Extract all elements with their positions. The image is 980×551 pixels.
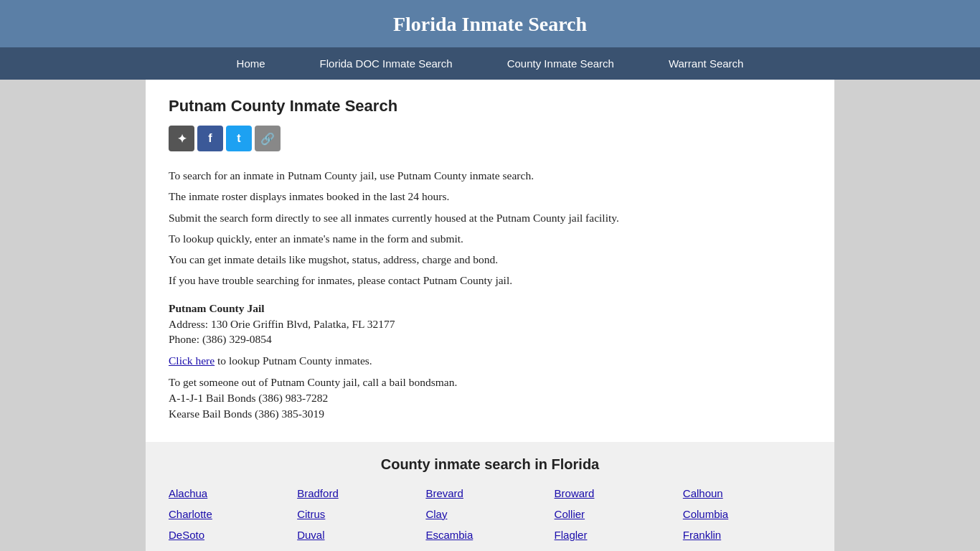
county-link-charlotte[interactable]: Charlotte: [169, 507, 297, 522]
desc-line-4: To lookup quickly, enter an inmate's nam…: [169, 230, 811, 247]
desc-line-2: The inmate roster displays inmates booke…: [169, 188, 811, 204]
county-link-collier[interactable]: Collier: [555, 507, 683, 522]
bail-section: To get someone out of Putnam County jail…: [169, 376, 811, 420]
main-content: Putnam County Inmate Search ✦ f t 🔗 To s…: [146, 80, 834, 435]
nav-home[interactable]: Home: [209, 47, 293, 80]
twitter-button[interactable]: t: [226, 126, 252, 151]
nav-warrant-search[interactable]: Warrant Search: [641, 47, 771, 80]
county-grid: AlachuaBradfordBrevardBrowardCalhounChar…: [169, 486, 811, 552]
navigation: Home Florida DOC Inmate Search County In…: [0, 47, 980, 80]
county-section-title: County inmate search in Florida: [169, 456, 811, 473]
lookup-line: Click here to lookup Putnam County inmat…: [169, 354, 811, 367]
jail-info: Putnam County Jail Address: 130 Orie Gri…: [169, 302, 811, 346]
bondsman-1: A-1-J-1 Bail Bonds (386) 983-7282: [169, 392, 811, 405]
county-link-calhoun[interactable]: Calhoun: [683, 486, 811, 501]
lookup-text: to lookup Putnam County inmates.: [217, 354, 372, 367]
click-here-link[interactable]: Click here: [169, 354, 215, 367]
bondsman-2: Kearse Bail Bonds (386) 385-3019: [169, 408, 811, 420]
county-link-franklin[interactable]: Franklin: [683, 527, 811, 542]
jail-phone: Phone: (386) 329-0854: [169, 333, 811, 346]
desc-line-3: Submit the search form directly to see a…: [169, 209, 811, 226]
nav-county-search[interactable]: County Inmate Search: [480, 47, 641, 80]
county-link-citrus[interactable]: Citrus: [297, 507, 425, 522]
county-link-hamilton[interactable]: Hamilton: [683, 548, 811, 552]
link-button[interactable]: 🔗: [255, 126, 281, 151]
desc-line-6: If you have trouble searching for inmate…: [169, 272, 811, 288]
county-link-flagler[interactable]: Flagler: [555, 527, 683, 542]
facebook-button[interactable]: f: [197, 126, 223, 151]
county-link-brevard[interactable]: Brevard: [425, 486, 554, 501]
share-buttons: ✦ f t 🔗: [169, 126, 811, 151]
county-link-gulf[interactable]: Gulf: [555, 548, 683, 552]
nav-doc-search[interactable]: Florida DOC Inmate Search: [293, 47, 480, 80]
county-link-gadsden[interactable]: Gadsden: [169, 548, 297, 552]
county-link-gilchrist[interactable]: Gilchrist: [297, 548, 425, 552]
desc-line-5: You can get inmate details like mugshot,…: [169, 251, 811, 268]
jail-name: Putnam County Jail: [169, 302, 811, 315]
description-section: To search for an inmate in Putnam County…: [169, 167, 811, 289]
county-link-bradford[interactable]: Bradford: [297, 486, 425, 501]
share-button[interactable]: ✦: [169, 126, 194, 151]
desc-line-1: To search for an inmate in Putnam County…: [169, 167, 811, 184]
county-link-glades[interactable]: Glades: [425, 548, 554, 552]
county-link-columbia[interactable]: Columbia: [683, 507, 811, 522]
site-title: Florida Inmate Search: [0, 13, 980, 36]
county-section: County inmate search in Florida AlachuaB…: [146, 442, 834, 552]
county-link-alachua[interactable]: Alachua: [169, 486, 297, 501]
site-header: Florida Inmate Search: [0, 0, 980, 47]
county-link-clay[interactable]: Clay: [425, 507, 554, 522]
county-link-escambia[interactable]: Escambia: [425, 527, 554, 542]
county-link-duval[interactable]: Duval: [297, 527, 425, 542]
page-title: Putnam County Inmate Search: [169, 97, 811, 116]
bail-intro: To get someone out of Putnam County jail…: [169, 376, 811, 389]
county-link-desoto[interactable]: DeSoto: [169, 527, 297, 542]
county-link-broward[interactable]: Broward: [555, 486, 683, 501]
jail-address: Address: 130 Orie Griffin Blvd, Palatka,…: [169, 318, 811, 331]
